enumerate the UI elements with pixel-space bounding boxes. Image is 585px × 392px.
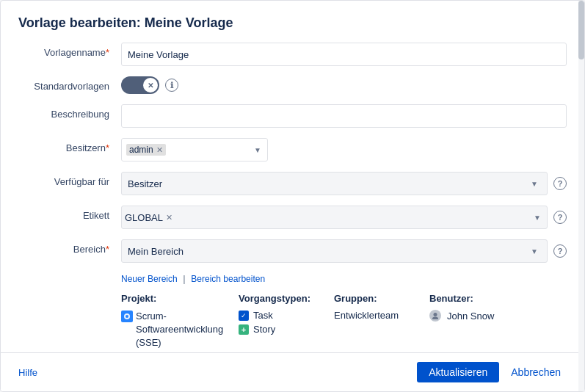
vorlagenname-label: Vorlagenname*: [18, 43, 121, 58]
footer-right: Aktualisieren Abbrechen: [417, 362, 567, 382]
project-icon: [121, 311, 133, 322]
standardvorlagen-label: Standardvorlagen: [18, 76, 121, 92]
benutzer-cell: John Snow: [429, 308, 525, 323]
project-table: Projekt: Vorgangstypen: Gruppen: Benutze…: [121, 293, 567, 352]
edit-template-dialog: Vorlage bearbeiten: Meine Vorlage Vorlag…: [0, 0, 585, 392]
dialog-title: Vorlage bearbeiten: Meine Vorlage: [1, 1, 584, 43]
verfuegbar-label: Verfügbar für: [18, 172, 121, 187]
svg-point-3: [432, 317, 438, 320]
standardvorlagen-toggle[interactable]: ✕: [121, 76, 159, 94]
avatar-svg: [432, 312, 439, 319]
etikett-row: Etikett GLOBAL ✕ ▼ ?: [18, 206, 567, 229]
etikett-field: GLOBAL ✕ ▼ ?: [121, 206, 567, 229]
scrollbar-thumb[interactable]: [578, 1, 584, 59]
verfuegbar-help-icon[interactable]: ?: [553, 177, 567, 190]
verfuegbar-select[interactable]: Besitzer ▼: [121, 172, 548, 195]
table-header: Projekt: Vorgangstypen: Gruppen: Benutze…: [121, 293, 567, 304]
task-item: Task: [239, 310, 334, 321]
vorlagenname-input[interactable]: [121, 43, 567, 66]
hilfe-button[interactable]: Hilfe: [18, 364, 37, 381]
verfuegbar-row: Verfügbar für Besitzer ▼ ?: [18, 172, 567, 195]
beschreibung-row: Beschreibung: [18, 104, 567, 128]
bereich-row: Bereich* Mein Bereich ▼ ?: [18, 239, 567, 263]
aktualisieren-button[interactable]: Aktualisieren: [417, 362, 499, 382]
col-vorgangstypen: Vorgangstypen:: [239, 293, 334, 304]
besitzern-label: Besitzern*: [18, 138, 121, 153]
standardvorlagen-row: Standardvorlagen ✕ ℹ: [18, 76, 567, 94]
etikett-help-icon[interactable]: ?: [553, 211, 567, 224]
dialog-footer: Hilfe Aktualisieren Abbrechen: [1, 352, 584, 391]
etikett-arrow: ▼: [534, 214, 541, 222]
vorgangstypen-cell: Task Story: [239, 308, 334, 339]
besitzern-select[interactable]: admin ✕ ▼: [121, 138, 268, 161]
col-gruppen: Gruppen:: [334, 293, 429, 304]
standardvorlagen-info-icon[interactable]: ℹ: [165, 79, 178, 92]
besitzern-dropdown-arrow: ▼: [254, 146, 261, 154]
dialog-body: Vorlagenname* Standardvorlagen ✕ ℹ: [1, 43, 584, 352]
abbrechen-button[interactable]: Abbrechen: [505, 362, 567, 382]
col-projekt: Projekt:: [121, 293, 239, 304]
toggle-knob: ✕: [143, 78, 158, 92]
bereich-bearbeiten-link[interactable]: Bereich bearbeiten: [191, 274, 265, 284]
standardvorlagen-control: ✕ ℹ: [121, 76, 567, 94]
bereich-arrow: ▼: [531, 247, 538, 255]
remove-admin-tag[interactable]: ✕: [156, 145, 163, 155]
toggle-x-icon: ✕: [148, 81, 153, 90]
gruppen-cell: Entwicklerteam: [334, 308, 429, 322]
etikett-select[interactable]: GLOBAL ✕ ▼: [121, 206, 548, 229]
col-benutzer: Benutzer:: [429, 293, 525, 304]
beschreibung-field: [121, 104, 567, 128]
etikett-with-help: GLOBAL ✕ ▼ ?: [121, 206, 567, 229]
remove-global-tag[interactable]: ✕: [166, 213, 172, 222]
project-name: Scrum-Softwareentwicklung (SSE): [121, 310, 239, 350]
verfuegbar-arrow: ▼: [531, 180, 538, 188]
vorlagenname-field: [121, 43, 567, 66]
bereich-links: Neuer Bereich | Bereich bearbeiten: [121, 273, 567, 284]
verfuegbar-field: Besitzer ▼ ?: [121, 172, 567, 195]
verfuegbar-with-help: Besitzer ▼ ?: [121, 172, 567, 195]
besitzern-tag-admin: admin ✕: [126, 144, 166, 156]
beschreibung-label: Beschreibung: [18, 104, 121, 120]
scrollbar-track[interactable]: [578, 1, 584, 391]
etikett-label: Etikett: [18, 206, 121, 221]
besitzern-tags: admin ✕: [125, 143, 254, 156]
svg-point-2: [434, 313, 437, 316]
scrum-icon-svg: [123, 313, 131, 320]
story-item: Story: [239, 324, 334, 335]
bereich-select[interactable]: Mein Bereich ▼: [121, 239, 548, 263]
bereich-help-icon[interactable]: ?: [553, 244, 567, 258]
user-avatar: [429, 310, 441, 322]
toggle-row: ✕ ℹ: [121, 76, 567, 94]
beschreibung-input[interactable]: [121, 104, 567, 128]
svg-point-1: [126, 315, 128, 318]
story-checkbox-icon: [239, 324, 249, 335]
etikett-global-tag: GLOBAL ✕: [125, 212, 172, 223]
link-separator: |: [183, 273, 188, 284]
besitzern-field: admin ✕ ▼: [121, 138, 567, 161]
project-cell: Scrum-Softwareentwicklung (SSE): [121, 308, 239, 352]
bereich-with-help: Mein Bereich ▼ ?: [121, 239, 567, 263]
bereich-field: Mein Bereich ▼ ?: [121, 239, 567, 263]
bereich-label: Bereich*: [18, 239, 121, 255]
neuer-bereich-link[interactable]: Neuer Bereich: [121, 274, 178, 284]
vorlagenname-row: Vorlagenname*: [18, 43, 567, 66]
table-row: Scrum-Softwareentwicklung (SSE) Task Sto…: [121, 308, 567, 352]
besitzern-row: Besitzern* admin ✕ ▼: [18, 138, 567, 161]
task-checkbox-icon: [239, 311, 249, 321]
